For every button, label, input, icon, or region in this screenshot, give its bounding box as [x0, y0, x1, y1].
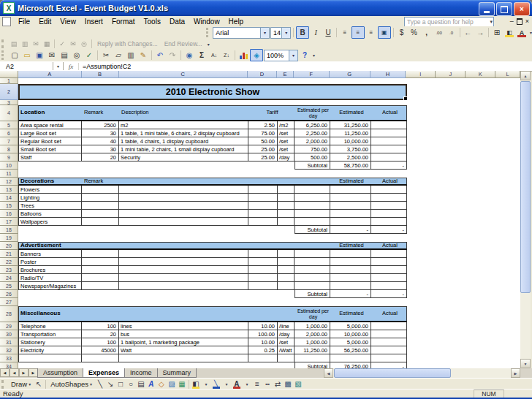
cell-D13[interactable] [248, 186, 278, 194]
cell-A31[interactable]: Stationery [18, 338, 82, 346]
row-header-16[interactable]: 16 [0, 210, 18, 218]
cell-H26[interactable]: - [371, 290, 407, 298]
cell-E15[interactable] [278, 202, 294, 210]
cell-B7[interactable]: 40 [82, 137, 119, 145]
cell-D29[interactable]: 10.00 [248, 322, 278, 330]
empty-cells[interactable] [407, 282, 520, 290]
menu-data[interactable]: Data [165, 16, 189, 26]
empty-cells[interactable] [407, 274, 520, 282]
select-objects-icon[interactable]: ↖ [34, 379, 44, 389]
minimize-button[interactable] [479, 2, 495, 16]
row-header-32[interactable]: 32 [0, 346, 18, 354]
cell-B30[interactable]: 20 [82, 330, 119, 338]
cell-G5[interactable]: 31,250.00 [330, 121, 371, 129]
toolbar-drag-handle[interactable] [1, 50, 6, 61]
cell-B16[interactable] [82, 210, 119, 218]
workbook-minimize-button[interactable]: – [510, 18, 514, 25]
send-mail-icon[interactable]: ✉ [68, 39, 78, 48]
cell-A25[interactable]: Newspaper/Magazines [18, 282, 82, 290]
cell-D23[interactable] [248, 266, 278, 274]
fill-color-icon[interactable]: ◧ [191, 379, 201, 389]
cell-E33[interactable] [278, 354, 294, 362]
row-header-23[interactable]: 23 [0, 266, 18, 274]
menu-insert[interactable]: Insert [80, 16, 107, 26]
autosum-icon[interactable]: Σ [196, 50, 208, 61]
cell-H23[interactable] [371, 266, 407, 274]
sheet-tab-assumption[interactable]: Assumption [37, 368, 83, 378]
cell-G10[interactable]: 58,750.00 [330, 162, 371, 170]
sheet-tab-income[interactable]: Income [124, 368, 158, 378]
open-icon[interactable]: ▭ [21, 50, 33, 61]
cell-A2-title[interactable]: 2010 Electronic Show [18, 84, 407, 100]
chevron-down-icon[interactable]: ▾ [281, 28, 290, 38]
cell-B23[interactable] [82, 266, 119, 274]
column-header-J[interactable]: J [436, 71, 466, 78]
empty-cells[interactable] [407, 129, 520, 137]
cell-A9[interactable]: Staff [18, 153, 82, 162]
cell-H16[interactable] [371, 210, 407, 218]
cell-E14[interactable] [278, 194, 294, 202]
empty-cells[interactable] [407, 194, 520, 202]
chevron-down-icon[interactable]: ▾ [221, 379, 232, 389]
end-review-button[interactable]: End Review... [162, 40, 205, 48]
cell-D16[interactable] [248, 210, 278, 218]
cell-E32[interactable]: /Watt [278, 346, 294, 354]
name-box[interactable]: A2 [0, 62, 53, 70]
cell-G7[interactable]: 10,000.00 [330, 137, 371, 145]
line-color-icon[interactable]: ╲ [211, 379, 221, 389]
cell-A17[interactable]: Wallpapers [18, 218, 82, 226]
track-changes-icon[interactable]: ✓ [57, 39, 67, 48]
row-header-12[interactable]: 12 [0, 178, 18, 186]
cell-E16[interactable] [278, 210, 294, 218]
update-file-icon[interactable]: ◎ [79, 39, 89, 48]
zoom-combo[interactable]: 100% ▾ [264, 50, 298, 61]
empty-cells[interactable] [407, 250, 520, 258]
row-header-4[interactable]: 4 [0, 105, 18, 121]
section-header-row-20[interactable]: AdvertisementEstimatedActual [18, 242, 407, 250]
workbook-close-button[interactable]: × [525, 18, 529, 25]
clip-art-icon[interactable]: ▨ [167, 379, 177, 389]
cell-F10-subtotal-label[interactable]: Subtotal [294, 162, 330, 170]
empty-range[interactable] [18, 162, 294, 170]
previous-comment-icon[interactable]: ▥ [20, 39, 30, 48]
empty-cells[interactable] [407, 322, 520, 330]
cell-H32[interactable] [371, 346, 407, 354]
row-header-11[interactable]: 11 [0, 170, 18, 178]
line-style-icon[interactable]: ≡ [252, 379, 262, 389]
empty-cells[interactable] [407, 338, 520, 346]
cell-H6[interactable] [371, 129, 407, 137]
cell-F23[interactable] [294, 266, 330, 274]
row-header-19[interactable]: 19 [0, 234, 18, 242]
cell-B15[interactable] [82, 202, 119, 210]
cell-G14[interactable] [330, 194, 371, 202]
cell-A22[interactable]: Poster [18, 258, 82, 266]
row-header-30[interactable]: 30 [0, 330, 18, 338]
cell-C33[interactable] [119, 354, 248, 362]
cell-A29[interactable]: Telephone [18, 322, 82, 330]
horizontal-scrollbar[interactable]: ◀ ▶ [324, 368, 520, 378]
cell-E25[interactable] [278, 282, 294, 290]
row-header-3[interactable]: 3 [0, 100, 18, 105]
menu-file[interactable]: File [14, 16, 34, 26]
cell-F17[interactable] [294, 218, 330, 226]
chevron-down-icon[interactable]: ▾ [490, 19, 493, 25]
row-header-6[interactable]: 6 [0, 129, 18, 137]
cell-D9[interactable]: 25.00 [248, 153, 278, 162]
print-preview-icon[interactable]: ◎ [71, 50, 83, 61]
wordart-icon[interactable]: A [146, 379, 156, 389]
cell-E13[interactable] [278, 186, 294, 194]
name-box-dropdown-icon[interactable]: ▾ [53, 62, 64, 70]
empty-range[interactable] [18, 290, 294, 298]
cell-C31[interactable]: 1 ballpoint, 1 marketing package [119, 338, 248, 346]
cell-B5[interactable]: 2500 [82, 121, 119, 129]
row-header-15[interactable]: 15 [0, 202, 18, 210]
cell-C32[interactable]: Watt [119, 346, 248, 354]
empty-cells[interactable] [18, 234, 520, 242]
dash-style-icon[interactable]: ┅ [262, 379, 273, 389]
redo-icon[interactable]: ↷ [167, 50, 178, 61]
scroll-down-icon[interactable]: ▼ [520, 359, 531, 368]
cell-G30[interactable]: 10,000.00 [330, 330, 371, 338]
cell-G15[interactable] [330, 202, 371, 210]
empty-range[interactable] [18, 362, 294, 368]
cell-A16[interactable]: Balloons [18, 210, 82, 218]
